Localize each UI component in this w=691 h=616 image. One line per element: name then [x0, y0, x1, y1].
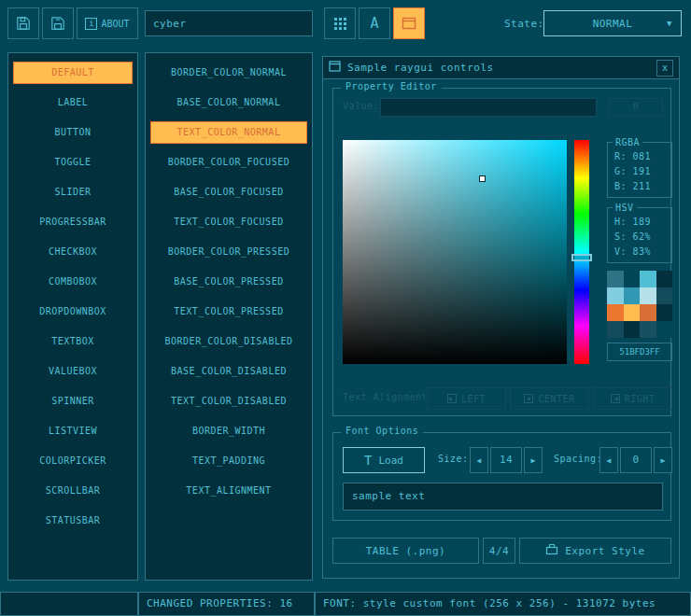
style-table-view-button[interactable]: [324, 7, 356, 39]
control-list-item[interactable]: COMBOBOX: [13, 271, 133, 293]
size-decrease-button[interactable]: ◀: [470, 447, 488, 473]
color-picker-cursor[interactable]: [479, 175, 486, 182]
font-view-button[interactable]: A: [359, 7, 390, 39]
property-list-item[interactable]: TEXT_COLOR_PRESSED: [150, 301, 307, 323]
style-name-input[interactable]: [145, 10, 313, 36]
property-list-item[interactable]: TEXT_ALIGNMENT: [150, 480, 307, 502]
control-list-item[interactable]: TOGGLE: [13, 151, 133, 174]
style-color-swatch[interactable]: [656, 271, 673, 287]
spacing-value[interactable]: 0: [620, 447, 652, 473]
export-style-label: Export Style: [565, 545, 644, 557]
property-list-item[interactable]: BORDER_WIDTH: [150, 420, 307, 442]
properties-list: BORDER_COLOR_NORMAL BASE_COLOR_NORMAL TE…: [145, 52, 313, 581]
export-icon: [545, 543, 558, 558]
align-center-button[interactable]: CENTER: [510, 387, 589, 410]
control-list-item[interactable]: DROPDOWNBOX: [13, 301, 133, 323]
align-right-button[interactable]: RIGHT: [593, 387, 672, 410]
style-color-swatch[interactable]: [656, 304, 673, 321]
window-frame-icon: [402, 17, 416, 30]
spacing-increase-button[interactable]: ▶: [654, 447, 672, 473]
align-left-button[interactable]: LEFT: [427, 387, 506, 410]
control-list-item[interactable]: PROGRESSBAR: [13, 211, 133, 233]
control-list-item[interactable]: LABEL: [13, 91, 133, 114]
saturation-value-panel[interactable]: [343, 140, 567, 364]
property-list-item[interactable]: TEXT_COLOR_FOCUSED: [150, 211, 307, 233]
property-list-item[interactable]: BASE_COLOR_PRESSED: [150, 271, 307, 293]
info-icon: i: [85, 18, 97, 30]
style-color-swatch[interactable]: [624, 304, 641, 321]
control-list-item[interactable]: SLIDER: [13, 181, 133, 203]
property-list-item[interactable]: BORDER_COLOR_NORMAL: [150, 62, 307, 84]
close-button[interactable]: x: [656, 60, 673, 77]
property-list-item[interactable]: BORDER_COLOR_DISABLED: [150, 330, 307, 353]
property-list-item[interactable]: TEXT_COLOR_NORMAL: [150, 121, 307, 144]
hsv-group: HSV H: 189 S: 62% V: 83%: [607, 207, 672, 263]
control-list-item[interactable]: DEFAULT: [13, 62, 133, 84]
style-color-swatch[interactable]: [607, 271, 624, 287]
control-list-item[interactable]: TEXTBOX: [13, 330, 133, 353]
property-editor-group: Property Editor Value: 0 RGBA R: 081 G: …: [332, 88, 671, 416]
style-color-swatch[interactable]: [656, 321, 673, 338]
text-alignment-label: Text Alignment: [343, 392, 425, 402]
style-color-swatch[interactable]: [624, 271, 641, 287]
hsv-label: HSV: [613, 201, 637, 216]
value-label: Value:: [343, 101, 379, 111]
text-t-icon: T: [364, 453, 372, 468]
property-list-item[interactable]: BORDER_COLOR_PRESSED: [150, 241, 307, 263]
font-options-label: Font Options: [341, 426, 423, 436]
export-style-button[interactable]: Export Style: [519, 538, 671, 564]
style-color-swatch[interactable]: [607, 287, 624, 304]
style-color-swatch[interactable]: [607, 304, 624, 321]
rgba-g-value: G: 191: [614, 164, 671, 179]
load-font-button[interactable]: T Load: [343, 447, 425, 473]
hex-value-box[interactable]: 51BFD3FF: [607, 343, 672, 361]
rgba-r-value: R: 081: [614, 149, 671, 164]
property-list-item[interactable]: BORDER_COLOR_FOCUSED: [150, 151, 307, 174]
controls-view-button[interactable]: [393, 7, 425, 39]
spacing-decrease-button[interactable]: ◀: [599, 447, 618, 473]
align-center-icon: [524, 394, 533, 403]
property-list-item[interactable]: TEXT_COLOR_DISABLED: [150, 390, 307, 413]
value-input[interactable]: [380, 98, 597, 117]
property-list-item[interactable]: BASE_COLOR_DISABLED: [150, 360, 307, 383]
hsv-h-value: H: 189: [614, 215, 671, 230]
control-list-item[interactable]: BUTTON: [13, 121, 133, 144]
hue-slider[interactable]: [574, 140, 589, 364]
control-list-item[interactable]: VALUEBOX: [13, 360, 133, 383]
style-color-swatch[interactable]: [640, 321, 656, 338]
load-font-label: Load: [378, 455, 403, 467]
style-color-swatch[interactable]: [624, 287, 641, 304]
control-list-item[interactable]: STATUSBAR: [13, 510, 133, 532]
align-center-label: CENTER: [538, 394, 574, 404]
align-left-icon: [447, 394, 457, 403]
property-list-item[interactable]: BASE_COLOR_NORMAL: [150, 91, 307, 114]
export-count-box: 4/4: [483, 538, 515, 564]
size-increase-button[interactable]: ▶: [524, 447, 543, 473]
size-label: Size:: [438, 454, 469, 464]
style-color-swatch[interactable]: [656, 287, 673, 304]
load-style-button[interactable]: [7, 7, 39, 39]
save-style-button[interactable]: [42, 7, 74, 39]
rgba-group: RGBA R: 081 G: 191 B: 211: [607, 142, 672, 198]
window-title: Sample raygui controls: [347, 62, 494, 74]
hue-slider-handle[interactable]: [571, 254, 592, 261]
control-list-item[interactable]: SCROLLBAR: [13, 480, 133, 502]
state-dropdown[interactable]: NORMAL ▼: [543, 10, 682, 36]
rgba-b-value: B: 211: [614, 179, 671, 194]
style-color-swatch[interactable]: [640, 271, 656, 287]
rgba-label: RGBA: [613, 135, 642, 150]
style-color-swatch[interactable]: [640, 287, 656, 304]
style-color-swatch[interactable]: [607, 321, 624, 338]
property-list-item[interactable]: TEXT_PADDING: [150, 450, 307, 472]
property-list-item[interactable]: BASE_COLOR_FOCUSED: [150, 181, 307, 203]
export-format-dropdown[interactable]: TABLE (.png): [332, 538, 479, 564]
sample-text-input[interactable]: sample text: [343, 483, 663, 511]
size-value[interactable]: 14: [490, 447, 522, 473]
control-list-item[interactable]: LISTVIEW: [13, 420, 133, 442]
style-color-swatch[interactable]: [640, 304, 656, 321]
control-list-item[interactable]: CHECKBOX: [13, 241, 133, 263]
control-list-item[interactable]: COLORPICKER: [13, 450, 133, 472]
about-button[interactable]: i ABOUT: [77, 7, 138, 39]
style-color-swatch[interactable]: [624, 321, 641, 338]
control-list-item[interactable]: SPINNER: [13, 390, 133, 413]
